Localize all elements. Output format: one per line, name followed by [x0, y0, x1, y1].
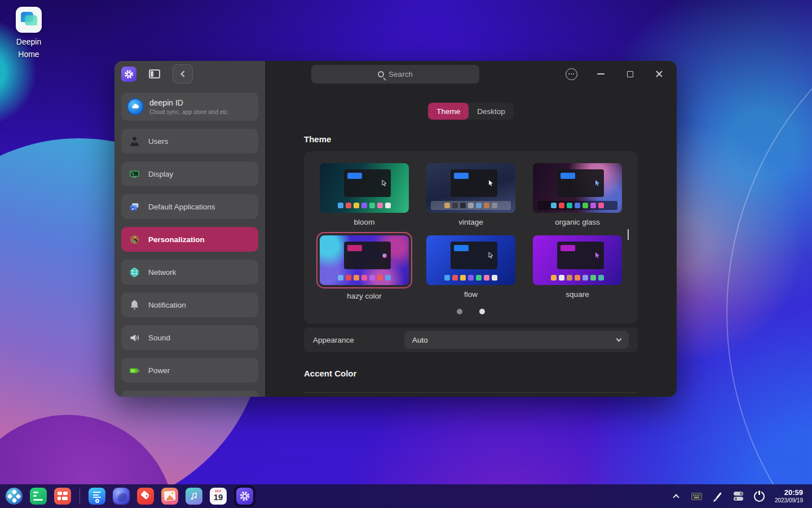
chevron-right-icon [628, 229, 629, 240]
dock-app-photos-icon[interactable] [161, 488, 178, 505]
close-button[interactable] [653, 68, 665, 80]
section-divider [304, 392, 638, 393]
settings-app-icon [121, 67, 136, 82]
sidebar-item-label: Display [148, 170, 173, 178]
theme-thumbnail [533, 235, 622, 285]
dock-app-browser-icon[interactable] [113, 488, 130, 505]
tab-group: Theme Desktop [428, 103, 514, 120]
page-dot-2[interactable] [479, 309, 485, 314]
sidebar-item-users[interactable]: Users [121, 129, 258, 154]
quick-settings-icon[interactable] [733, 491, 744, 502]
sidebar-item-power[interactable]: Power [121, 358, 258, 383]
theme-thumbnail [533, 163, 622, 213]
search-input[interactable]: Search [311, 65, 479, 84]
sidebar-toggle-icon[interactable] [149, 69, 160, 78]
search-icon [378, 71, 384, 77]
theme-name: square [533, 290, 622, 299]
theme-thumbnail [320, 163, 409, 213]
default-apps-icon [129, 201, 140, 213]
personalization-icon [129, 234, 140, 246]
sidebar-item-display[interactable]: Display [121, 161, 258, 186]
sidebar-item-partial[interactable] [121, 391, 258, 397]
sidebar-item-label: Sound [148, 334, 170, 342]
window-controls [565, 68, 677, 80]
maximize-icon [627, 71, 633, 77]
next-page-arrow[interactable] [624, 226, 632, 243]
dock-app-music-icon[interactable] [186, 488, 202, 505]
clock-time: 20:59 [775, 488, 803, 497]
theme-card-hazy-color[interactable]: hazy color [320, 235, 409, 300]
page-dot-1[interactable] [457, 309, 462, 314]
tab-theme[interactable]: Theme [428, 103, 469, 120]
theme-thumbnail [426, 235, 515, 285]
calendar-day: 19 [210, 492, 227, 502]
sidebar-item-deepin-id[interactable]: deepin ID Cloud sync, app store and etc [121, 93, 258, 121]
sidebar-item-default-applications[interactable]: Default Applications [121, 194, 258, 219]
theme-card-organic-glass[interactable]: organic glass [533, 163, 622, 226]
dock-app-text-editor-icon[interactable] [89, 488, 105, 505]
theme-card-square[interactable]: square [533, 235, 622, 300]
notification-bell-icon [129, 299, 140, 311]
window-titlebar: Search [265, 61, 677, 87]
clock-date: 2023/09/19 [775, 497, 803, 504]
app-grid-icon[interactable] [54, 488, 71, 505]
appearance-row: Appearance Auto [304, 327, 638, 352]
sidebar-item-label: Personalization [148, 235, 205, 244]
sidebar-item-notification[interactable]: Notification [121, 292, 258, 317]
main-pane: Search Theme Desktop Theme [265, 61, 677, 397]
theme-panel: bloom vintage [304, 151, 638, 323]
section-title-accent-color: Accent Color [304, 369, 638, 378]
section-title-theme: Theme [304, 134, 638, 144]
dock-app-calendar-icon[interactable]: SEP 19 [210, 488, 227, 505]
launcher-icon[interactable] [6, 488, 23, 505]
cloud-account-icon [127, 98, 144, 115]
sidebar-item-label: Default Applications [148, 203, 215, 211]
theme-name: hazy color [320, 292, 409, 300]
sidebar-header [114, 61, 265, 87]
network-icon [129, 266, 140, 278]
appearance-label: Appearance [313, 336, 354, 344]
tray-expand-button[interactable] [670, 491, 682, 502]
minimize-button[interactable] [594, 68, 607, 80]
account-text: deepin ID Cloud sync, app store and etc [149, 98, 228, 115]
desktop-icon-deepin-home[interactable]: Deepin Home [7, 7, 51, 60]
multitasking-icon[interactable] [30, 488, 47, 505]
sidebar-item-label: Notification [148, 301, 186, 309]
close-icon [655, 70, 663, 78]
theme-name: vintage [426, 218, 515, 226]
wallpaper-arc [726, 0, 812, 508]
back-button[interactable] [173, 64, 193, 84]
tab-desktop[interactable]: Desktop [469, 103, 514, 120]
account-title: deepin ID [149, 98, 228, 107]
maximize-button[interactable] [624, 68, 636, 80]
theme-name: flow [426, 290, 515, 299]
chevron-up-icon [673, 494, 679, 500]
pen-input-icon[interactable] [712, 491, 723, 502]
personalization-content: Theme Desktop Theme bloom [265, 87, 677, 397]
appearance-select[interactable]: Auto [404, 331, 629, 349]
keyboard-layout-icon[interactable] [691, 491, 703, 502]
taskbar: SEP 19 20:59 2023/09/19 [0, 484, 812, 508]
chevron-down-icon [616, 336, 622, 342]
power-icon[interactable] [754, 491, 765, 502]
theme-card-vintage[interactable]: vintage [426, 163, 515, 226]
dock-app-store-icon[interactable] [137, 488, 154, 505]
sidebar-item-label: Users [148, 137, 168, 146]
theme-card-flow[interactable]: flow [426, 235, 515, 300]
system-tray: 20:59 2023/09/19 [670, 488, 806, 504]
dock-app-settings-active[interactable] [234, 485, 255, 507]
menu-button[interactable] [565, 68, 577, 80]
clock[interactable]: 20:59 2023/09/19 [775, 488, 803, 504]
theme-name: organic glass [533, 218, 622, 226]
minimize-icon [597, 73, 604, 75]
sidebar-item-network[interactable]: Network [121, 260, 258, 284]
settings-gear-icon [236, 488, 253, 505]
ellipsis-menu-icon [566, 68, 577, 80]
desktop-icon-label: Deepin Home [7, 36, 51, 60]
power-battery-icon [129, 365, 140, 376]
theme-card-bloom[interactable]: bloom [320, 163, 409, 226]
pagination-dots [320, 309, 622, 317]
sidebar-item-personalization[interactable]: Personalization [121, 227, 258, 252]
theme-thumbnail [320, 235, 409, 285]
sidebar-item-sound[interactable]: Sound [121, 325, 258, 350]
